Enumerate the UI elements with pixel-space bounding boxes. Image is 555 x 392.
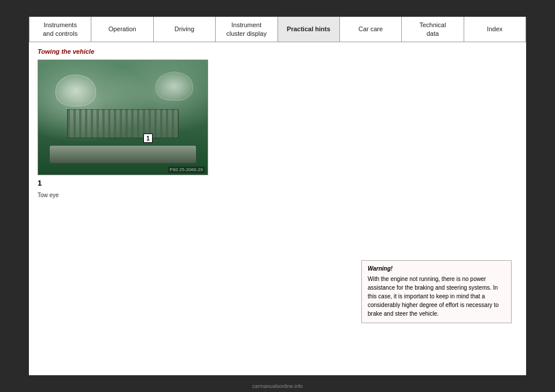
content-area: Towing the vehicle 1 P60 25-2066-29 1 To… [29,42,526,375]
tab-driving-label: Driving [175,25,194,33]
tab-index[interactable]: Index [464,17,526,42]
tab-technical[interactable]: Technical data [402,17,464,42]
tab-index-label: Index [487,25,502,33]
footer-bar: carmanualsonline.info [0,380,555,392]
num-label-1: 1 [38,179,234,187]
image-caption: P60 25-2066-29 [168,167,205,173]
warning-title: Warning! [368,265,505,272]
tab-operation-label: Operation [108,25,136,33]
tab-operation[interactable]: Operation [91,17,153,42]
headlight-left [56,75,96,106]
tab-car-care-label: Car care [358,25,383,33]
car-bumper [50,146,196,163]
tab-driving[interactable]: Driving [154,17,216,42]
headlight-right [156,72,193,101]
body-text-1: Tow eye [38,191,234,199]
tab-instrument-cluster-label: Instrument cluster display [226,21,267,38]
tab-technical-label: Technical data [420,21,446,38]
tab-practical[interactable]: Practical hints [278,17,340,42]
tab-car-care[interactable]: Car care [340,17,402,42]
tab-instruments-label: Instruments and controls [43,21,77,38]
warning-text: With the engine not running, there is no… [368,275,505,318]
tab-instruments[interactable]: Instruments and controls [29,17,91,42]
tab-practical-label: Practical hints [287,25,330,33]
section-heading: Towing the vehicle [38,48,234,55]
image-marker-1: 1 [143,134,153,143]
footer-watermark: carmanualsonline.info [252,383,303,389]
car-image: 1 P60 25-2066-29 [38,60,208,175]
warning-box: Warning! With the engine not running, th… [361,260,512,323]
tab-instrument-cluster[interactable]: Instrument cluster display [216,17,278,42]
car-grille [67,109,179,138]
page-container: Instruments and controls Operation Drivi… [29,17,526,375]
left-column: Towing the vehicle 1 P60 25-2066-29 1 To… [38,48,234,369]
navigation-tabs: Instruments and controls Operation Drivi… [29,17,526,42]
right-column: Warning! With the engine not running, th… [234,48,517,369]
